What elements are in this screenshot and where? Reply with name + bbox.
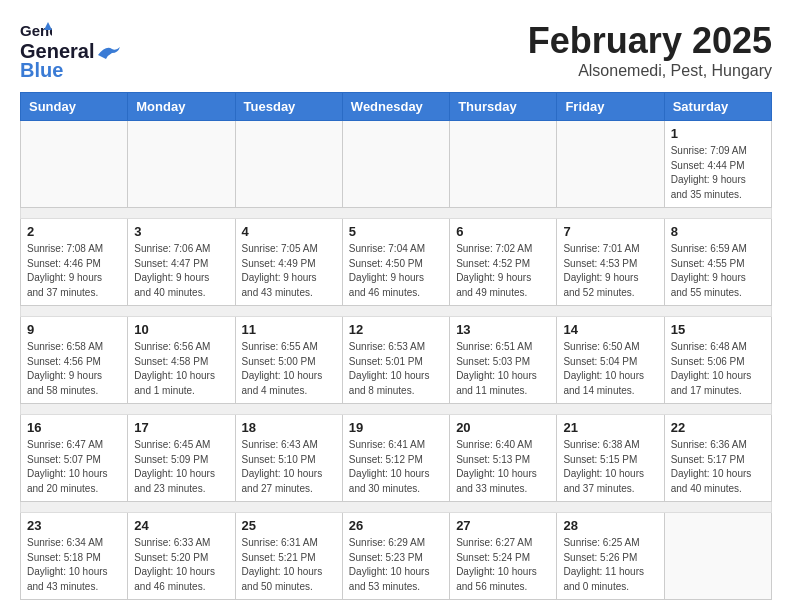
weekday-header-thursday: Thursday bbox=[450, 93, 557, 121]
day-info: Sunrise: 6:45 AM Sunset: 5:09 PM Dayligh… bbox=[134, 438, 228, 496]
logo-icon: General bbox=[20, 20, 52, 42]
day-number: 11 bbox=[242, 322, 336, 337]
day-info: Sunrise: 6:41 AM Sunset: 5:12 PM Dayligh… bbox=[349, 438, 443, 496]
spacer-cell bbox=[21, 306, 772, 317]
calendar-week-row: 2Sunrise: 7:08 AM Sunset: 4:46 PM Daylig… bbox=[21, 219, 772, 306]
row-spacer bbox=[21, 502, 772, 513]
calendar-cell: 4Sunrise: 7:05 AM Sunset: 4:49 PM Daylig… bbox=[235, 219, 342, 306]
day-number: 8 bbox=[671, 224, 765, 239]
month-title: February 2025 bbox=[528, 20, 772, 62]
calendar-cell: 25Sunrise: 6:31 AM Sunset: 5:21 PM Dayli… bbox=[235, 513, 342, 600]
calendar-cell bbox=[21, 121, 128, 208]
calendar-cell: 2Sunrise: 7:08 AM Sunset: 4:46 PM Daylig… bbox=[21, 219, 128, 306]
calendar-cell: 7Sunrise: 7:01 AM Sunset: 4:53 PM Daylig… bbox=[557, 219, 664, 306]
day-number: 3 bbox=[134, 224, 228, 239]
day-number: 22 bbox=[671, 420, 765, 435]
calendar-cell: 3Sunrise: 7:06 AM Sunset: 4:47 PM Daylig… bbox=[128, 219, 235, 306]
day-number: 25 bbox=[242, 518, 336, 533]
calendar-cell: 24Sunrise: 6:33 AM Sunset: 5:20 PM Dayli… bbox=[128, 513, 235, 600]
day-number: 5 bbox=[349, 224, 443, 239]
calendar-header-row: SundayMondayTuesdayWednesdayThursdayFrid… bbox=[21, 93, 772, 121]
spacer-cell bbox=[21, 502, 772, 513]
logo-blue: Blue bbox=[20, 59, 63, 82]
calendar-cell: 17Sunrise: 6:45 AM Sunset: 5:09 PM Dayli… bbox=[128, 415, 235, 502]
weekday-header-tuesday: Tuesday bbox=[235, 93, 342, 121]
day-info: Sunrise: 6:43 AM Sunset: 5:10 PM Dayligh… bbox=[242, 438, 336, 496]
calendar-week-row: 23Sunrise: 6:34 AM Sunset: 5:18 PM Dayli… bbox=[21, 513, 772, 600]
weekday-header-saturday: Saturday bbox=[664, 93, 771, 121]
spacer-cell bbox=[21, 404, 772, 415]
calendar-cell bbox=[235, 121, 342, 208]
day-info: Sunrise: 7:09 AM Sunset: 4:44 PM Dayligh… bbox=[671, 144, 765, 202]
day-number: 23 bbox=[27, 518, 121, 533]
day-info: Sunrise: 6:59 AM Sunset: 4:55 PM Dayligh… bbox=[671, 242, 765, 300]
day-info: Sunrise: 7:06 AM Sunset: 4:47 PM Dayligh… bbox=[134, 242, 228, 300]
day-info: Sunrise: 6:55 AM Sunset: 5:00 PM Dayligh… bbox=[242, 340, 336, 398]
day-info: Sunrise: 6:50 AM Sunset: 5:04 PM Dayligh… bbox=[563, 340, 657, 398]
day-number: 9 bbox=[27, 322, 121, 337]
day-number: 15 bbox=[671, 322, 765, 337]
page-header: General General Blue February 2025 Alson… bbox=[20, 20, 772, 82]
day-info: Sunrise: 6:34 AM Sunset: 5:18 PM Dayligh… bbox=[27, 536, 121, 594]
calendar-cell bbox=[342, 121, 449, 208]
calendar-cell: 22Sunrise: 6:36 AM Sunset: 5:17 PM Dayli… bbox=[664, 415, 771, 502]
day-number: 20 bbox=[456, 420, 550, 435]
title-block: February 2025 Alsonemedi, Pest, Hungary bbox=[528, 20, 772, 80]
day-info: Sunrise: 6:53 AM Sunset: 5:01 PM Dayligh… bbox=[349, 340, 443, 398]
day-info: Sunrise: 7:08 AM Sunset: 4:46 PM Dayligh… bbox=[27, 242, 121, 300]
calendar-cell: 21Sunrise: 6:38 AM Sunset: 5:15 PM Dayli… bbox=[557, 415, 664, 502]
calendar-cell: 15Sunrise: 6:48 AM Sunset: 5:06 PM Dayli… bbox=[664, 317, 771, 404]
calendar-cell: 27Sunrise: 6:27 AM Sunset: 5:24 PM Dayli… bbox=[450, 513, 557, 600]
row-spacer bbox=[21, 306, 772, 317]
day-number: 19 bbox=[349, 420, 443, 435]
day-info: Sunrise: 7:02 AM Sunset: 4:52 PM Dayligh… bbox=[456, 242, 550, 300]
calendar-cell bbox=[557, 121, 664, 208]
day-info: Sunrise: 6:40 AM Sunset: 5:13 PM Dayligh… bbox=[456, 438, 550, 496]
day-info: Sunrise: 6:47 AM Sunset: 5:07 PM Dayligh… bbox=[27, 438, 121, 496]
location: Alsonemedi, Pest, Hungary bbox=[528, 62, 772, 80]
day-info: Sunrise: 7:05 AM Sunset: 4:49 PM Dayligh… bbox=[242, 242, 336, 300]
calendar-cell: 5Sunrise: 7:04 AM Sunset: 4:50 PM Daylig… bbox=[342, 219, 449, 306]
calendar-week-row: 9Sunrise: 6:58 AM Sunset: 4:56 PM Daylig… bbox=[21, 317, 772, 404]
weekday-header-monday: Monday bbox=[128, 93, 235, 121]
row-spacer bbox=[21, 208, 772, 219]
calendar-cell bbox=[128, 121, 235, 208]
day-number: 18 bbox=[242, 420, 336, 435]
day-number: 14 bbox=[563, 322, 657, 337]
weekday-header-friday: Friday bbox=[557, 93, 664, 121]
spacer-cell bbox=[21, 208, 772, 219]
day-info: Sunrise: 6:31 AM Sunset: 5:21 PM Dayligh… bbox=[242, 536, 336, 594]
calendar-cell: 6Sunrise: 7:02 AM Sunset: 4:52 PM Daylig… bbox=[450, 219, 557, 306]
calendar-cell: 16Sunrise: 6:47 AM Sunset: 5:07 PM Dayli… bbox=[21, 415, 128, 502]
calendar-week-row: 1Sunrise: 7:09 AM Sunset: 4:44 PM Daylig… bbox=[21, 121, 772, 208]
day-number: 21 bbox=[563, 420, 657, 435]
calendar-cell: 10Sunrise: 6:56 AM Sunset: 4:58 PM Dayli… bbox=[128, 317, 235, 404]
calendar-cell: 26Sunrise: 6:29 AM Sunset: 5:23 PM Dayli… bbox=[342, 513, 449, 600]
day-number: 27 bbox=[456, 518, 550, 533]
calendar-cell: 1Sunrise: 7:09 AM Sunset: 4:44 PM Daylig… bbox=[664, 121, 771, 208]
day-number: 4 bbox=[242, 224, 336, 239]
day-info: Sunrise: 6:27 AM Sunset: 5:24 PM Dayligh… bbox=[456, 536, 550, 594]
calendar-cell: 18Sunrise: 6:43 AM Sunset: 5:10 PM Dayli… bbox=[235, 415, 342, 502]
calendar-cell: 28Sunrise: 6:25 AM Sunset: 5:26 PM Dayli… bbox=[557, 513, 664, 600]
calendar: SundayMondayTuesdayWednesdayThursdayFrid… bbox=[20, 92, 772, 600]
day-info: Sunrise: 6:38 AM Sunset: 5:15 PM Dayligh… bbox=[563, 438, 657, 496]
day-number: 7 bbox=[563, 224, 657, 239]
day-number: 17 bbox=[134, 420, 228, 435]
calendar-week-row: 16Sunrise: 6:47 AM Sunset: 5:07 PM Dayli… bbox=[21, 415, 772, 502]
day-info: Sunrise: 6:36 AM Sunset: 5:17 PM Dayligh… bbox=[671, 438, 765, 496]
weekday-header-wednesday: Wednesday bbox=[342, 93, 449, 121]
logo: General General Blue bbox=[20, 20, 120, 82]
calendar-cell: 23Sunrise: 6:34 AM Sunset: 5:18 PM Dayli… bbox=[21, 513, 128, 600]
day-info: Sunrise: 6:25 AM Sunset: 5:26 PM Dayligh… bbox=[563, 536, 657, 594]
calendar-cell: 11Sunrise: 6:55 AM Sunset: 5:00 PM Dayli… bbox=[235, 317, 342, 404]
day-number: 10 bbox=[134, 322, 228, 337]
day-number: 24 bbox=[134, 518, 228, 533]
day-info: Sunrise: 6:29 AM Sunset: 5:23 PM Dayligh… bbox=[349, 536, 443, 594]
day-info: Sunrise: 6:48 AM Sunset: 5:06 PM Dayligh… bbox=[671, 340, 765, 398]
day-number: 13 bbox=[456, 322, 550, 337]
row-spacer bbox=[21, 404, 772, 415]
day-number: 1 bbox=[671, 126, 765, 141]
day-info: Sunrise: 6:33 AM Sunset: 5:20 PM Dayligh… bbox=[134, 536, 228, 594]
calendar-cell: 8Sunrise: 6:59 AM Sunset: 4:55 PM Daylig… bbox=[664, 219, 771, 306]
